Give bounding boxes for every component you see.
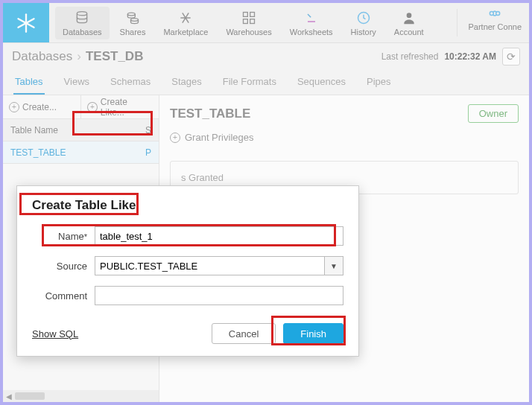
scroll-thumb[interactable] [15, 392, 45, 400]
source-input[interactable] [95, 256, 324, 275]
nav-label: Worksheets [290, 28, 333, 36]
nav-shares[interactable]: Shares [113, 7, 153, 39]
modal-footer: Show SQL Cancel Finish [32, 323, 343, 344]
row-source: Source ▼ [32, 256, 343, 275]
marketplace-icon [178, 10, 193, 26]
nav-label: Warehouses [226, 28, 271, 36]
svg-rect-8 [244, 19, 248, 23]
tab-stages[interactable]: Stages [170, 70, 203, 95]
create-like-button[interactable]: + Create Like... [81, 95, 159, 118]
svg-rect-9 [250, 19, 255, 23]
history-icon [356, 10, 371, 26]
nav-partner-connect[interactable]: Partner Conne [460, 3, 529, 42]
svg-point-5 [131, 18, 139, 21]
svg-rect-6 [244, 12, 248, 16]
grant-label: Grant Privileges [185, 132, 253, 143]
tab-views[interactable]: Views [63, 70, 91, 95]
partner-icon [487, 6, 502, 22]
top-toolbar: Databases Shares Marketplace Warehouses [3, 3, 529, 43]
nav-account[interactable]: Account [387, 7, 431, 39]
plus-icon: + [170, 133, 180, 143]
plus-icon: + [9, 102, 19, 112]
warehouses-icon [241, 10, 256, 26]
svg-point-4 [127, 13, 135, 16]
shares-icon [125, 10, 140, 26]
left-actions: + Create... + Create Like... [3, 95, 159, 119]
panel-text: s Granted [181, 172, 224, 183]
nav-history[interactable]: History [343, 7, 384, 39]
svg-point-11 [406, 13, 411, 18]
database-icon [75, 10, 89, 26]
modal-buttons: Cancel Finish [212, 323, 343, 344]
required-mark: * [84, 232, 87, 241]
nav-separator [457, 9, 457, 36]
refresh-icon: ⟳ [507, 51, 516, 63]
nav-label: Partner Conne [468, 22, 522, 31]
app-window: Databases Shares Marketplace Warehouses [3, 3, 529, 402]
tab-tables[interactable]: Tables [13, 70, 45, 95]
col-name: Table Name [10, 125, 145, 135]
refresh-button[interactable]: ⟳ [502, 48, 520, 66]
nav-label: History [351, 28, 376, 36]
modal-title: Create Table Like [32, 198, 136, 213]
create-like-label: Create Like... [101, 97, 153, 118]
nav-label: Marketplace [163, 28, 208, 36]
breadcrumb: Databases › TEST_DB [12, 49, 143, 64]
tabs-bar: Tables Views Schemas Stages File Formats… [3, 70, 529, 95]
tab-pipes[interactable]: Pipes [365, 70, 393, 95]
name-label: Name* [32, 231, 87, 242]
col-status: S [145, 125, 151, 135]
cancel-button[interactable]: Cancel [212, 323, 276, 344]
row-name: TEST_TABLE [10, 147, 145, 158]
name-label-text: Name [58, 231, 84, 242]
breadcrumb-root[interactable]: Databases [12, 49, 72, 64]
comment-label: Comment [32, 290, 87, 302]
tab-sequences[interactable]: Sequences [296, 70, 347, 95]
nav-marketplace[interactable]: Marketplace [156, 7, 215, 39]
source-combo: ▼ [95, 256, 343, 275]
nav-worksheets[interactable]: Worksheets [282, 7, 341, 39]
create-button[interactable]: + Create... [3, 95, 81, 118]
refresh-time: 10:22:32 AM [444, 51, 496, 62]
refresh-label: Last refreshed [381, 51, 439, 62]
finish-button[interactable]: Finish [283, 323, 343, 344]
nav-label: Account [394, 28, 424, 36]
row-status: P [145, 147, 151, 158]
nav-databases[interactable]: Databases [55, 7, 110, 39]
refresh-area: Last refreshed 10:22:32 AM ⟳ [381, 48, 520, 66]
source-dropdown-button[interactable]: ▼ [324, 256, 343, 275]
nav-label: Shares [120, 28, 146, 36]
nav-label: Databases [63, 28, 102, 36]
svg-point-3 [77, 11, 87, 15]
grant-privileges-button[interactable]: + Grant Privileges [170, 132, 519, 143]
nav-main: Databases Shares Marketplace Warehouses [49, 3, 454, 42]
page-title: TEST_TABLE [170, 106, 250, 121]
scroll-left-icon[interactable]: ◀ [6, 392, 12, 401]
tab-schemas[interactable]: Schemas [109, 70, 152, 95]
worksheets-icon [304, 10, 319, 26]
breadcrumb-current: TEST_DB [86, 49, 143, 64]
name-input[interactable] [95, 226, 343, 246]
svg-rect-7 [250, 12, 255, 16]
nav-warehouses[interactable]: Warehouses [218, 7, 279, 39]
snowflake-logo[interactable] [3, 3, 49, 42]
row-comment: Comment [32, 286, 343, 305]
show-sql-link[interactable]: Show SQL [32, 328, 78, 339]
right-header: TEST_TABLE Owner [170, 104, 519, 123]
tab-fileformats[interactable]: File Formats [221, 70, 278, 95]
source-label: Source [32, 261, 87, 272]
comment-input[interactable] [95, 286, 343, 305]
create-label: Create... [22, 102, 57, 112]
snowflake-icon [16, 13, 37, 34]
create-table-like-modal: Create Table Like Name* Source ▼ Comment… [16, 185, 359, 357]
breadcrumb-sep: › [77, 49, 81, 64]
table-row[interactable]: TEST_TABLE P [3, 141, 159, 164]
owner-button[interactable]: Owner [468, 104, 519, 123]
breadcrumb-bar: Databases › TEST_DB Last refreshed 10:22… [3, 43, 529, 70]
h-scrollbar[interactable]: ◀ [3, 390, 159, 402]
table-header: Table Name S [3, 119, 159, 141]
chevron-down-icon: ▼ [330, 262, 338, 270]
row-name: Name* [32, 226, 343, 246]
plus-icon: + [87, 102, 98, 112]
account-icon [402, 10, 417, 26]
